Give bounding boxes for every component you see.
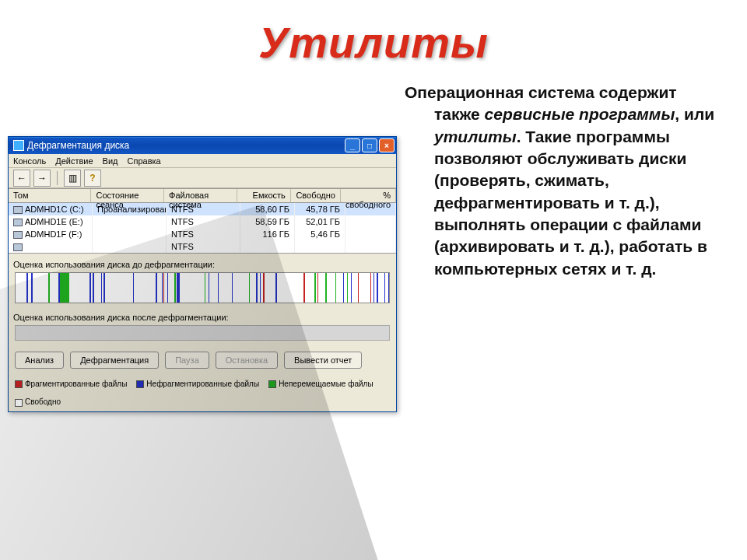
col-pct[interactable]: % свободного — [341, 189, 396, 203]
drive-icon — [13, 231, 23, 239]
window-title: Дефрагментация диска — [27, 140, 129, 151]
cell — [345, 203, 396, 215]
col-session[interactable]: Состояние сеанса — [91, 189, 164, 203]
forward-button[interactable]: → — [33, 170, 51, 187]
drive-icon — [13, 243, 23, 251]
toolbar: ← → ▥ ? — [9, 168, 396, 188]
table-row[interactable]: ADMHD1C (C:) Проанализировано NTFS 58,60… — [9, 203, 396, 215]
cell — [295, 240, 345, 253]
drive-icon — [13, 219, 23, 226]
col-free[interactable]: Свободно — [291, 189, 341, 203]
cell — [345, 240, 396, 253]
cell: 5,46 ГБ — [295, 228, 345, 240]
titlebar: Дефрагментация диска _ □ × — [9, 137, 396, 154]
cell: ADMHD1C (C:) — [25, 205, 84, 214]
menu-action[interactable]: Действие — [55, 156, 93, 166]
help-button[interactable]: ? — [84, 170, 101, 187]
menu-console[interactable]: Консоль — [13, 156, 46, 166]
close-button[interactable]: × — [379, 138, 395, 152]
cell: ADMHD1F (F:) — [25, 229, 82, 239]
toolbar-sep — [57, 171, 58, 185]
properties-button[interactable]: ▥ — [64, 170, 81, 187]
cell — [345, 228, 396, 240]
grid-header: Том Состояние сеанса Файловая система Ем… — [9, 189, 396, 203]
menu-view[interactable]: Вид — [103, 156, 118, 166]
col-fs[interactable]: Файловая система — [164, 189, 237, 203]
maximize-button[interactable]: □ — [362, 138, 377, 152]
back-button[interactable]: ← — [13, 170, 30, 187]
minimize-button[interactable]: _ — [345, 138, 360, 152]
slide-text: Операционная система содержит также серв… — [405, 82, 747, 412]
cell — [345, 215, 396, 228]
cell: Проанализировано — [93, 203, 167, 215]
cell — [93, 215, 167, 228]
cell: 52,01 ГБ — [295, 215, 345, 228]
app-icon — [13, 140, 24, 151]
menu-help[interactable]: Справка — [128, 156, 161, 166]
cell: NTFS — [167, 203, 240, 215]
cell: ADMHD1E (E:) — [25, 217, 83, 226]
col-tom[interactable]: Том — [9, 189, 91, 203]
slide-title: Утилиты — [0, 0, 747, 68]
cell: 45,78 ГБ — [295, 203, 345, 215]
drive-icon — [13, 206, 23, 214]
col-cap[interactable]: Емкость — [237, 189, 291, 203]
menubar: Консоль Действие Вид Справка — [9, 154, 396, 168]
